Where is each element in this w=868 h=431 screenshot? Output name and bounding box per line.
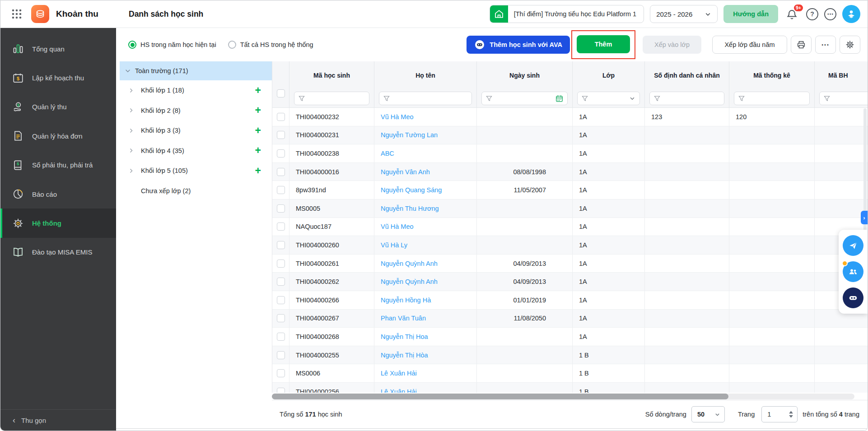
student-name-link[interactable]: Vũ Hà Ly bbox=[381, 241, 407, 249]
row-checkbox[interactable] bbox=[277, 241, 285, 249]
more-options-button[interactable]: ⋯ bbox=[824, 8, 836, 20]
sidebar-collapse-button[interactable]: ‹ Thu gọn bbox=[0, 409, 116, 431]
student-name-link[interactable]: Nguyễn Quang Sáng bbox=[381, 186, 442, 194]
chevron-right-icon[interactable] bbox=[128, 128, 134, 134]
student-name-link[interactable]: Nguyễn Quỳnh Anh bbox=[381, 278, 438, 285]
table-row[interactable]: THI004000260Vũ Hà Ly1A bbox=[272, 236, 868, 255]
sidebar-item-training[interactable]: Đào tạo MISA EMIS bbox=[0, 238, 116, 267]
assign-to-class-button[interactable]: Xếp vào lớp bbox=[643, 36, 701, 54]
add-class-icon[interactable]: + bbox=[255, 166, 261, 176]
chevron-right-icon[interactable] bbox=[128, 107, 134, 113]
row-checkbox[interactable] bbox=[277, 351, 285, 359]
filter-input[interactable] bbox=[819, 92, 868, 105]
sidebar-item-chart[interactable]: Tổng quan bbox=[0, 34, 116, 63]
add-class-icon[interactable]: + bbox=[255, 125, 261, 136]
filter-input[interactable] bbox=[294, 92, 369, 105]
row-checkbox[interactable] bbox=[277, 333, 285, 341]
student-name-link[interactable]: Nguyễn Thu Hương bbox=[381, 205, 439, 212]
filter-input[interactable] bbox=[649, 92, 724, 105]
student-name-link[interactable]: Nguyễn Hồng Hà bbox=[381, 297, 431, 304]
table-row[interactable]: THI004000255Nguyễn Thị Hòa1 B bbox=[272, 346, 868, 365]
filter-input[interactable] bbox=[577, 92, 640, 105]
app-launcher-grid-icon[interactable] bbox=[11, 9, 22, 19]
row-checkbox[interactable] bbox=[277, 260, 285, 268]
tree-node[interactable]: Khối lớp 5 (105)+ bbox=[120, 161, 272, 181]
assign-start-of-year-button[interactable]: Xếp lớp đầu năm bbox=[712, 36, 787, 54]
student-name-link[interactable]: Nguyễn Thị Hoa bbox=[381, 333, 428, 340]
table-row[interactable]: THI004000261Nguyễn Quỳnh Anh04/09/20131A bbox=[272, 255, 868, 273]
sidebar-item-invoice[interactable]: Quản lý hóa đơn bbox=[0, 121, 116, 150]
table-row[interactable]: MS0006Lê Xuân Hải1 B bbox=[272, 364, 868, 383]
row-checkbox[interactable] bbox=[277, 186, 285, 194]
table-row[interactable]: THI004000267Phan Văn Tuân11/08/20501A bbox=[272, 310, 868, 328]
chevron-down-icon[interactable] bbox=[629, 95, 635, 102]
page-number-input[interactable]: 1 bbox=[761, 406, 798, 422]
row-checkbox[interactable] bbox=[277, 369, 285, 377]
student-name-link[interactable]: Nguyễn Tường Lan bbox=[381, 131, 438, 139]
ava-bot-button[interactable] bbox=[843, 287, 863, 308]
table-row[interactable]: THI004000232Vũ Hà Meo1A123120 bbox=[272, 108, 868, 126]
table-row[interactable]: THI004000231Nguyễn Tường Lan1A bbox=[272, 126, 868, 145]
student-name-link[interactable]: Vũ Hà Meo bbox=[381, 113, 414, 120]
table-row[interactable]: 8pw391ndNguyễn Quang Sáng11/05/20071A bbox=[272, 181, 868, 199]
page-spinner[interactable] bbox=[789, 411, 793, 418]
table-row[interactable]: NAQuoc187Vũ Hà Meo1A bbox=[272, 218, 868, 236]
tree-node[interactable]: Khối lớp 4 (35)+ bbox=[120, 141, 272, 161]
row-checkbox[interactable] bbox=[277, 149, 285, 158]
sidebar-item-report[interactable]: Báo cáo bbox=[0, 180, 116, 209]
sidebar-item-ledger[interactable]: $Sổ phải thu, phải trả bbox=[0, 151, 116, 180]
settings-button[interactable] bbox=[840, 36, 860, 54]
add-class-icon[interactable]: + bbox=[255, 85, 261, 96]
table-row[interactable]: THI004000238ABC1A bbox=[272, 144, 868, 163]
calendar-icon[interactable] bbox=[555, 95, 563, 102]
row-checkbox[interactable] bbox=[277, 296, 285, 304]
chevron-right-icon[interactable] bbox=[128, 168, 134, 174]
filter-input[interactable] bbox=[379, 92, 472, 105]
user-avatar[interactable] bbox=[842, 5, 860, 23]
student-name-link[interactable]: Vũ Hà Meo bbox=[381, 223, 414, 230]
chevron-right-icon[interactable] bbox=[128, 148, 134, 153]
sidebar-item-plan[interactable]: $Lập kế hoạch thu bbox=[0, 63, 116, 92]
row-checkbox[interactable] bbox=[277, 131, 285, 139]
row-checkbox[interactable] bbox=[277, 278, 285, 286]
row-checkbox[interactable] bbox=[277, 222, 285, 231]
table-row[interactable]: THI004000268Nguyễn Thị Hoa1A bbox=[272, 328, 868, 346]
table-row[interactable]: THI004000016Nguyễn Vân Anh08/08/19981A bbox=[272, 163, 868, 181]
add-class-icon[interactable]: + bbox=[255, 145, 261, 156]
print-button[interactable] bbox=[791, 36, 812, 54]
tree-node[interactable]: Khối lớp 2 (8)+ bbox=[120, 101, 272, 121]
horizontal-scrollbar-track[interactable] bbox=[272, 394, 854, 399]
help-button[interactable]: ? bbox=[806, 8, 818, 20]
add-student-with-ava-button[interactable]: Thêm học sinh với AVA bbox=[467, 36, 570, 54]
filter-input[interactable] bbox=[481, 92, 568, 105]
rows-per-page-select[interactable]: 50 bbox=[691, 406, 725, 422]
student-name-link[interactable]: Lê Xuân Hải bbox=[381, 388, 417, 393]
expand-panel-tab[interactable]: › bbox=[861, 211, 868, 224]
radio-current-school-year[interactable]: HS trong năm học hiện tại bbox=[128, 41, 216, 49]
tree-root-all-school[interactable]: Toàn trường (171) bbox=[120, 61, 272, 80]
student-name-link[interactable]: Nguyễn Vân Anh bbox=[381, 168, 430, 176]
guide-button[interactable]: Hướng dẫn bbox=[723, 5, 778, 23]
school-selector[interactable]: [Thí điểm] Trường tiểu học Edu Platform … bbox=[490, 5, 644, 23]
row-checkbox[interactable] bbox=[277, 388, 285, 393]
table-row[interactable]: MS0005Nguyễn Thu Hương1A bbox=[272, 199, 868, 218]
add-class-icon[interactable]: + bbox=[255, 105, 261, 116]
student-name-link[interactable]: Lê Xuân Hải bbox=[381, 370, 417, 377]
row-checkbox[interactable] bbox=[277, 204, 285, 213]
student-name-link[interactable]: Nguyễn Thị Hòa bbox=[381, 352, 428, 359]
table-row[interactable]: THI004000266Nguyễn Hồng Hà01/01/20191A bbox=[272, 291, 868, 310]
student-name-link[interactable]: Phan Văn Tuân bbox=[381, 315, 426, 322]
tree-node[interactable]: Khối lớp 1 (18)+ bbox=[120, 80, 272, 101]
student-name-link[interactable]: Nguyễn Quỳnh Anh bbox=[381, 260, 438, 267]
horizontal-scrollbar-thumb[interactable] bbox=[272, 394, 728, 399]
community-people-button[interactable] bbox=[843, 261, 863, 282]
tree-node[interactable]: Khối lớp 3 (3)+ bbox=[120, 120, 272, 141]
more-actions-button[interactable]: ••• bbox=[815, 36, 836, 54]
radio-all-students[interactable]: Tất cả HS trong hệ thống bbox=[228, 41, 313, 49]
row-checkbox[interactable] bbox=[277, 168, 285, 176]
add-button[interactable]: Thêm bbox=[577, 35, 630, 53]
filter-input[interactable] bbox=[734, 92, 810, 105]
tree-node[interactable]: Chưa xếp lớp (2) bbox=[120, 181, 272, 201]
table-row[interactable]: THI004000256Lê Xuân Hải1 B bbox=[272, 383, 868, 393]
row-checkbox[interactable] bbox=[277, 314, 285, 322]
